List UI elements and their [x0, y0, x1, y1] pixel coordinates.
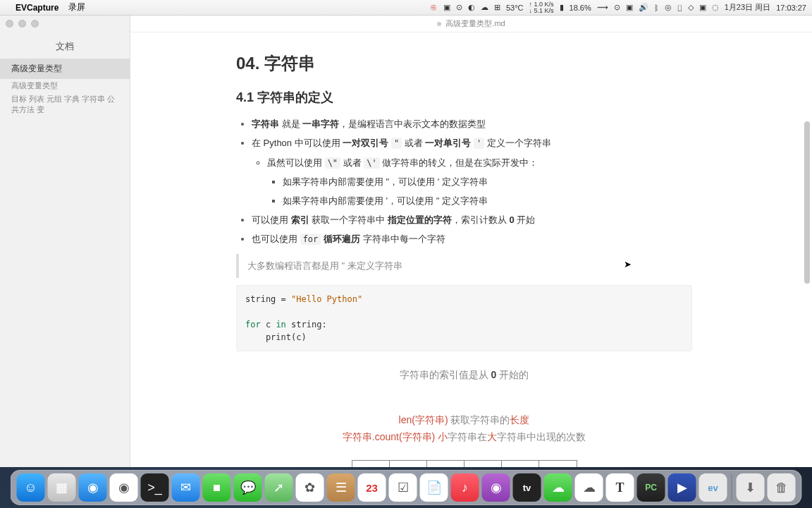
dock-appletv[interactable]: tv — [513, 473, 541, 502]
status-icon[interactable]: ֎ — [430, 4, 438, 12]
list-item: 字符串 就是 一串字符，是编程语言中表示文本的数据类型 — [252, 116, 692, 132]
status-icon[interactable]: ▣ — [626, 3, 633, 12]
status-icon[interactable]: ◐ — [468, 3, 475, 12]
status-icon[interactable]: ▣ — [443, 3, 450, 12]
diagram-cell: t — [427, 461, 465, 467]
bluetooth-icon[interactable]: ᛒ — [654, 4, 659, 12]
status-icon[interactable]: ⊙ — [614, 3, 620, 12]
code-block: string = "Hello Python" for c in string:… — [236, 285, 692, 351]
sidebar-item-active[interactable]: 高级变量类型 — [0, 59, 130, 79]
sidebar: 文档 高级变量类型 高级变量类型 目标 列表 元组 字典 字符串 公共方法 变 — [0, 16, 130, 467]
temperature: 53°C — [506, 4, 524, 12]
list-item: 可以使用 索引 获取一个字符串中 指定位置的字符，索引计数从 0 开始 — [252, 212, 692, 228]
content-area: 高级变量类型.md 04. 字符串 4.1 字符串的定义 字符串 就是 一串字符… — [130, 16, 812, 467]
menu-item[interactable]: 录屏 — [68, 1, 85, 13]
dock-downloads[interactable]: ⬇ — [737, 473, 765, 502]
dock-typora[interactable]: T — [606, 473, 634, 502]
dock-photos[interactable]: ✿ — [296, 473, 324, 502]
dock-trash[interactable]: 🗑 — [768, 473, 796, 502]
dock-calendar[interactable]: 23 — [358, 473, 386, 502]
dock-contacts[interactable]: ☰ — [327, 473, 355, 502]
list-item: 虽然可以使用 \" 或者 \' 做字符串的转义，但是在实际开发中： 如果字符串内… — [267, 155, 692, 209]
dock-reminders[interactable]: ☑ — [389, 473, 417, 502]
diagram-cell: o — [502, 461, 539, 467]
tab-bar: 高级变量类型.md — [130, 16, 812, 32]
volume-icon[interactable]: 🔊 — [639, 3, 648, 12]
dock-app2[interactable]: ev — [699, 473, 727, 502]
minimize-button[interactable] — [18, 20, 26, 28]
list-item: 如果字符串内部需要使用 '，可以使用 " 定义字符串 — [283, 193, 692, 209]
api-list: len(字符串) 获取字符串的长度 字符串.count(字符串) 小字符串在大字… — [236, 412, 692, 446]
diagram-cell: p — [352, 461, 390, 467]
sidebar-sub: 高级变量类型 — [0, 79, 130, 92]
dock-app1[interactable]: ▶ — [668, 473, 696, 502]
sidebar-title: 文档 — [0, 32, 130, 59]
battery-icon[interactable]: ▮ — [560, 3, 564, 12]
dock-launchpad[interactable]: ▦ — [48, 473, 76, 502]
dock-separator — [732, 474, 732, 501]
document[interactable]: 04. 字符串 4.1 字符串的定义 字符串 就是 一串字符，是编程语言中表示文… — [130, 32, 812, 467]
string-diagram: python — [236, 460, 692, 467]
status-icon[interactable]: ▣ — [699, 3, 706, 12]
list-item: 也可以使用 for 循环遍历 字符串中每一个字符 — [252, 231, 692, 247]
caption: 字符串的索引值是从 0 开始的 — [236, 367, 692, 384]
dock-safari[interactable]: ◉ — [79, 473, 107, 502]
dock-messages[interactable]: 💬 — [234, 473, 262, 502]
date[interactable]: 1月23日 周日 — [725, 2, 770, 13]
dock-qq[interactable]: ☁ — [575, 473, 603, 502]
dock-notes[interactable]: 📄 — [420, 473, 448, 502]
status-icon[interactable]: ⟿ — [597, 3, 608, 12]
dock-chrome[interactable]: ◉ — [110, 473, 138, 502]
status-icon[interactable]: ◇ — [688, 3, 694, 12]
dock-pycharm[interactable]: PC — [637, 473, 665, 502]
status-icon[interactable]: ◌ — [712, 3, 719, 12]
dock-finder[interactable]: ☺ — [17, 473, 45, 502]
dock-music[interactable]: ♪ — [451, 473, 479, 502]
menubar: EVCapture 录屏 ֎ ▣ ⊙ ◐ ☁ ⊞ 53°C ↑ 1.0 K/s↓… — [0, 0, 812, 16]
dock-terminal[interactable]: >_ — [141, 473, 169, 502]
dock-podcasts[interactable]: ◉ — [482, 473, 510, 502]
heading-2: 4.1 字符串的定义 — [236, 87, 692, 109]
battery-pct: 18.6% — [570, 4, 591, 12]
status-icon[interactable]: ☁ — [481, 3, 488, 12]
editor-window: 文档 高级变量类型 高级变量类型 目标 列表 元组 字典 字符串 公共方法 变 … — [0, 16, 812, 467]
airdrop-icon[interactable]: ◎ — [665, 3, 672, 12]
dock-maps[interactable]: ➚ — [265, 473, 293, 502]
time[interactable]: 17:03:27 — [776, 4, 806, 12]
app-name[interactable]: EVCapture — [16, 3, 59, 13]
dock-mail[interactable]: ✉ — [172, 473, 200, 502]
scrollbar[interactable] — [804, 121, 810, 284]
status-icon[interactable]: ⊞ — [494, 3, 500, 12]
list-item: 如果字符串内部需要使用 "，可以使用 ' 定义字符串 — [283, 174, 692, 190]
modified-dot-icon — [437, 22, 441, 26]
sidebar-sub: 目标 列表 元组 字典 字符串 公共方法 变 — [0, 92, 130, 116]
zoom-button[interactable] — [31, 20, 39, 28]
tab-filename[interactable]: 高级变量类型.md — [445, 18, 505, 29]
diagram-cell: n — [539, 461, 577, 467]
status-icon[interactable]: ⊙ — [456, 3, 462, 12]
dock[interactable]: ☺▦◉◉>_✉■💬➚✿☰23☑📄♪◉tv☁☁TPC▶ev⬇🗑 — [11, 470, 802, 505]
wifi-icon[interactable]: ⌷ — [677, 4, 682, 12]
diagram-cell: h — [465, 461, 502, 467]
heading-1: 04. 字符串 — [236, 49, 692, 78]
list-item: 在 Python 中可以使用 一对双引号 " 或者 一对单引号 ' 定义一个字符… — [252, 135, 692, 208]
diagram-cell: y — [390, 461, 427, 467]
list: 字符串 就是 一串字符，是编程语言中表示文本的数据类型 在 Python 中可以… — [252, 116, 692, 247]
dock-wechat[interactable]: ☁ — [544, 473, 572, 502]
close-button[interactable] — [6, 20, 13, 28]
network-speed: ↑ 1.0 K/s↓ 5.1 K/s — [529, 1, 554, 14]
dock-facetime[interactable]: ■ — [203, 473, 231, 502]
traffic-lights[interactable] — [0, 16, 130, 32]
blockquote: 大多数编程语言都是用 " 来定义字符串 — [236, 254, 692, 278]
